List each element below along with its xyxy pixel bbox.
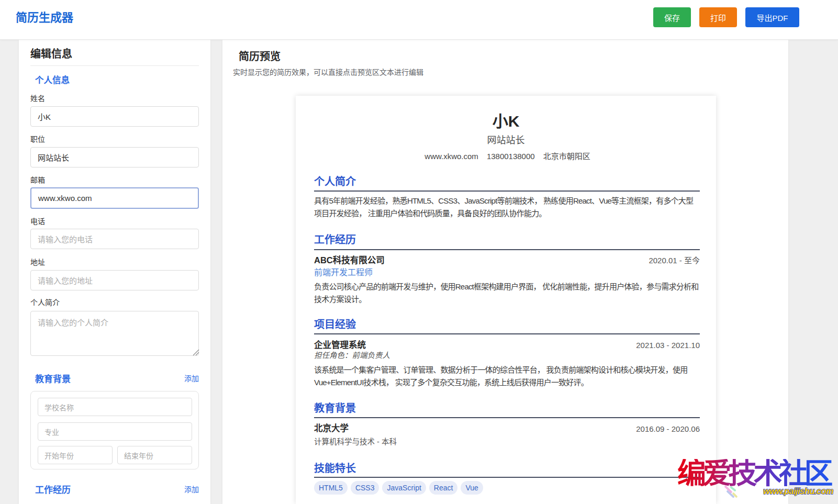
svg-text:www.paijishu.com: www.paijishu.com	[763, 486, 833, 496]
